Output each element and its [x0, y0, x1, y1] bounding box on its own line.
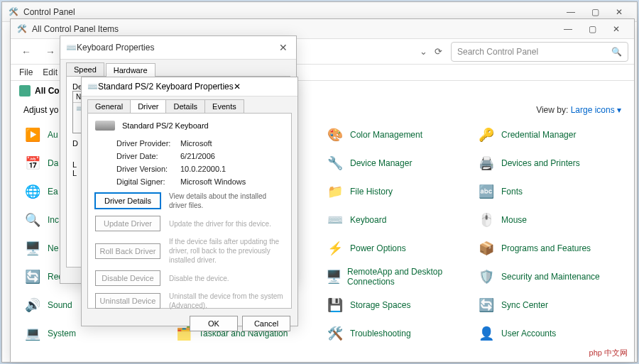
cancel-button[interactable]: Cancel — [242, 316, 290, 331]
watermark: php 中文网 — [585, 346, 632, 360]
item-icon: 🔤 — [477, 182, 496, 201]
button-description: Uninstall the device from the system (Ad… — [169, 292, 284, 310]
item-icon: 🔑 — [477, 126, 496, 144]
item-icon: ⚡ — [326, 239, 344, 258]
cp-item[interactable]: 📦Programs and Features — [477, 236, 621, 261]
item-label: Storage Spaces — [350, 300, 410, 310]
control-panel-icon — [19, 85, 31, 96]
cp-item[interactable]: 👤User Accounts — [477, 321, 621, 346]
tab-events[interactable]: Events — [204, 99, 244, 113]
chevron-down-icon: ⌄ — [420, 46, 427, 57]
item-icon: 🖥️ — [326, 268, 342, 286]
item-label: Au — [48, 130, 58, 140]
item-label: Troubleshooting — [350, 329, 411, 338]
window-controls: — ▢ ✕ — [556, 21, 628, 37]
item-icon: 🛡️ — [477, 268, 496, 286]
tab-driver[interactable]: Driver — [130, 99, 166, 113]
tab-speed[interactable]: Speed — [66, 62, 104, 76]
item-icon: 🔍 — [23, 211, 42, 229]
maximize-button[interactable]: ▢ — [583, 4, 607, 20]
refresh-icon[interactable]: ⟳ — [435, 46, 442, 57]
cp-item[interactable]: 🎨Color Management — [326, 122, 470, 148]
item-label: Security and Maintenance — [501, 272, 600, 282]
close-button[interactable]: ✕ — [604, 21, 628, 37]
cp-item[interactable]: 🛡️Security and Maintenance — [477, 264, 621, 289]
search-icon: 🔍 — [611, 47, 622, 57]
item-icon: 🖨️ — [477, 154, 496, 172]
ok-button[interactable]: OK — [190, 316, 238, 331]
cp-item[interactable]: 📁File History — [326, 179, 470, 204]
tab-details[interactable]: Details — [165, 99, 205, 113]
item-label: Devices and Printers — [501, 158, 580, 168]
driver-button-row: Driver DetailsView details about the ins… — [95, 192, 284, 210]
driver-action-button[interactable]: Roll Back Driver — [95, 243, 160, 259]
property-row: Driver Provider:Microsoft — [116, 139, 284, 148]
tab-general[interactable]: General — [87, 99, 131, 113]
item-icon: 📁 — [326, 182, 344, 201]
driver-button-row: Roll Back DriverIf the device fails afte… — [95, 237, 284, 265]
cp-item[interactable]: 🔤Fonts — [477, 179, 621, 204]
driver-properties-dialog: ⌨️ Standard PS/2 Keyboard Properties ✕ G… — [81, 77, 298, 326]
item-icon: 💻 — [23, 324, 42, 343]
item-icon: ▶️ — [23, 126, 42, 144]
property-value: Microsoft — [180, 139, 212, 148]
cp-item[interactable]: 🖥️RemoteApp and Desktop Connections — [326, 264, 470, 289]
cp-item[interactable]: 🔄Sync Center — [477, 292, 621, 318]
forward-button[interactable]: → — [40, 42, 60, 62]
item-icon: 🔧 — [326, 154, 344, 172]
item-label: Sync Center — [501, 300, 548, 310]
driver-action-button[interactable]: Disable Device — [95, 270, 160, 286]
item-icon: 💾 — [326, 296, 344, 314]
button-description: If the device fails after updating the d… — [169, 237, 284, 265]
cp-item[interactable]: 🖱️Mouse — [477, 207, 621, 233]
item-label: File History — [350, 187, 393, 197]
property-label: Digital Signer: — [116, 177, 180, 186]
item-label: Ea — [48, 187, 58, 197]
maximize-button[interactable]: ▢ — [580, 21, 604, 37]
driver-action-button[interactable]: Driver Details — [95, 193, 160, 209]
cp-item[interactable]: 🛠️Troubleshooting — [326, 321, 470, 346]
dialog-title: Standard PS/2 Keyboard Properties — [98, 82, 234, 92]
cp-item[interactable]: 🔑Credential Manager — [477, 122, 621, 148]
view-by-dropdown[interactable]: Large icons ▾ — [571, 105, 621, 115]
cp-item[interactable]: 💾Storage Spaces — [326, 292, 470, 318]
property-value: 10.0.22000.1 — [180, 165, 226, 173]
device-name: Standard PS/2 Keyboard — [122, 121, 209, 130]
property-label: Driver Provider: — [116, 139, 180, 148]
item-label: Color Management — [350, 130, 422, 140]
driver-button-row: Update DriverUpdate the driver for this … — [95, 216, 284, 231]
cp-item[interactable]: ⌨️Keyboard — [326, 207, 470, 233]
cp-item[interactable]: ⚡Power Options — [326, 236, 470, 261]
search-input[interactable]: Search Control Panel 🔍 — [451, 42, 628, 62]
address-dropdown[interactable]: ⌄⟳ — [420, 46, 442, 57]
close-button[interactable]: ✕ — [234, 82, 241, 92]
minimize-button[interactable]: — — [556, 21, 580, 37]
cp-item[interactable]: 🖨️Devices and Printers — [477, 150, 621, 176]
back-button[interactable]: ← — [16, 42, 36, 62]
menu-edit[interactable]: Edit — [43, 67, 58, 77]
keyboard-icon: ⌨️ — [87, 82, 98, 92]
item-label: Sound — [48, 300, 72, 310]
item-icon: 🖱️ — [477, 211, 496, 229]
item-label: RemoteApp and Desktop Connections — [347, 267, 470, 287]
tab-hardware[interactable]: Hardware — [106, 63, 155, 77]
item-icon: 🛠️ — [326, 324, 344, 343]
item-icon: 🔄 — [477, 296, 496, 314]
property-row: Driver Version:10.0.22000.1 — [116, 165, 284, 173]
keyboard-icon — [95, 121, 115, 131]
driver-action-button[interactable]: Uninstall Device — [95, 293, 160, 309]
item-label: System — [48, 329, 76, 338]
minimize-button[interactable]: — — [559, 4, 583, 20]
item-icon: 📅 — [23, 154, 42, 172]
item-icon: 👤 — [477, 324, 496, 343]
item-label: Programs and Features — [501, 243, 591, 253]
driver-action-button[interactable]: Update Driver — [95, 216, 160, 231]
property-value: Microsoft Windows — [180, 177, 246, 186]
item-icon: 🖥️ — [23, 239, 42, 258]
keyboard-icon: ⌨️ — [66, 43, 77, 53]
close-button[interactable]: ✕ — [276, 40, 290, 55]
close-button[interactable]: ✕ — [607, 4, 631, 20]
menu-file[interactable]: File — [19, 67, 33, 77]
cp-item[interactable]: 🔧Device Manager — [326, 150, 470, 176]
titlebar: ⌨️ Standard PS/2 Keyboard Properties ✕ — [82, 77, 297, 96]
